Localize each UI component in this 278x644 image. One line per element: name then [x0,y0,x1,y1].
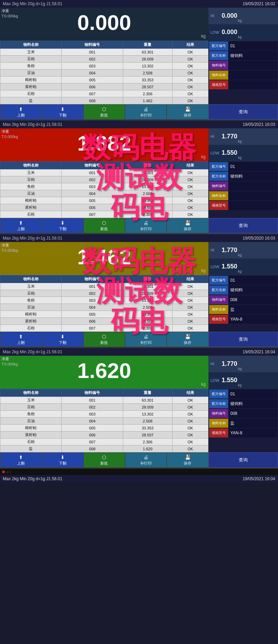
low-value: 1.550 [222,149,237,156]
bottom-header: Max 2kg Min 20g d=1g J1.58.01 19/05/2021… [0,475,278,483]
btn-icon-4: 💾 [185,106,191,112]
action-button-2[interactable]: ⬡ 新批 [84,452,125,468]
table-row: 盐0081.620OK [0,445,208,452]
action-button-3[interactable]: 🖨 补打印 [125,104,167,120]
btn-icon-0: ⬆ [19,220,23,226]
weight-main: 净重 T:0.000kg 1.882 kg [0,128,208,161]
status-indicator [2,470,5,473]
query-button[interactable]: 查询 [208,332,278,347]
col-header: 物料名称 [0,275,62,283]
table-row: 石粉0072.306OK [0,325,208,332]
screen-panel-panel3: Max 2kg Min 20g d=1g J1.58.01 19/05/2020… [0,234,278,348]
weight-display-area: 净重 T:0.000kg 1.620 kg HI 1.770 kg LOW 1.… [0,356,278,389]
hi-row: HI 1.770 kg [208,128,278,145]
info-row: 配方名称 猪饲料 [209,399,277,408]
info-label: 物料名称 [209,191,228,200]
low-row: LOW 0.000 kg [208,24,278,41]
btn-icon-2: ⬡ [102,106,106,112]
info-value [228,191,277,200]
info-value: 01 [228,162,277,171]
col-header: 物料名称 [0,41,62,49]
info-label: 规格型号 [209,315,228,324]
hi-value: 1.770 [222,247,237,254]
info-value: 01 [228,41,277,50]
weight-main: 净重 T:0.000kg 1.462 kg [0,242,208,275]
spec-info: Max 2kg Min 20g d=1g J1.58.01 [3,1,62,6]
action-button-4[interactable]: 💾 保存 [167,332,208,347]
weight-label: 净重 [1,243,9,248]
bottom-datetime: 19/05/2021 16:04 [243,476,275,481]
date-time: 19/05/2021 16:02 [243,1,275,6]
action-button-2[interactable]: ⬡ 新批 [84,218,125,233]
action-button-0[interactable]: ⬆ 上翻 [0,332,42,347]
material-table: 物料名称物料编号重量结果 玉米00163.301OK 豆粕00228.009OK… [0,41,208,104]
hi-value: 0.000 [222,12,237,19]
weight-unit: kg [201,268,206,273]
query-button[interactable]: 查询 [208,452,278,468]
tare-value: T:0.000kg [1,248,18,252]
btn-icon-4: 💾 [185,334,191,339]
btn-icon-3: 🖨 [143,454,148,460]
info-row: 配方名称 猪饲料 [209,172,277,181]
action-button-1[interactable]: ⬇ 下翻 [42,104,84,120]
query-button[interactable]: 查询 [208,218,278,233]
data-area: 物料名称物料编号重量结果 玉米00163.301OK 豆粕00228.009OK… [0,161,278,218]
action-button-1[interactable]: ⬇ 下翻 [42,452,84,468]
table-row: 玉米00163.301OK [0,397,208,404]
action-button-2[interactable]: ⬡ 新批 [84,104,125,120]
info-row: 物料编号 008 [209,295,277,304]
action-button-3[interactable]: 🖨 补打印 [125,332,167,347]
table-row: 菜籽粕00628.507OK [0,204,208,211]
col-header: 物料编号 [62,41,123,49]
hi-row: HI 1.770 kg [208,356,278,372]
screen-panel-panel2: Max 2kg Min 20g d=1g J1.58.01 19/05/2021… [0,121,278,234]
action-button-0[interactable]: ⬆ 上翻 [0,218,42,233]
header-bar: Max 2kg Min 20g d=1g J1.58.01 19/05/2021… [0,121,278,128]
info-label: 配方编号 [209,162,228,171]
info-value: 猪饲料 [228,399,277,408]
info-label: 配方名称 [209,51,228,60]
low-row: LOW 1.550 kg [208,259,278,275]
info-row: 物料编号 [209,61,277,70]
table-row: 鱼粉00313.302OK [0,297,208,304]
hi-unit: kg [238,367,242,371]
action-button-0[interactable]: ⬆ 上翻 [0,452,42,468]
info-label: 物料编号 [209,182,228,191]
action-button-3[interactable]: 🖨 补打印 [125,218,167,233]
action-button-4[interactable]: 💾 保存 [167,218,208,233]
btn-label-3: 补打印 [140,461,152,466]
btn-label-4: 保存 [184,461,191,466]
hi-low-panel: HI 1.770 kg LOW 1.550 kg [208,356,278,389]
data-area: 物料名称物料编号重量结果 玉米00163.301OK 豆粕00228.009OK… [0,275,278,332]
col-header: 重量 [123,41,172,49]
col-header: 物料编号 [62,162,123,169]
tare-value: T:0.000kg [1,135,18,139]
action-button-3[interactable]: 🖨 补打印 [125,452,167,468]
action-button-1[interactable]: ⬇ 下翻 [42,332,84,347]
action-button-1[interactable]: ⬇ 下翻 [42,218,84,233]
query-button[interactable]: 查询 [208,104,278,120]
table-row: 棉籽粕00533.353OK [0,77,208,83]
action-button-0[interactable]: ⬆ 上翻 [0,104,42,120]
hi-row: HI 0.000 kg [208,8,278,24]
info-label: 物料名称 [209,71,228,80]
col-header: 重量 [123,275,172,283]
tare-value: T:0.000kg [1,14,18,18]
info-value [228,61,277,70]
info-row: 规格型号 YAN-8 [209,428,277,437]
info-label: 配方名称 [209,285,228,295]
btn-label-1: 下翻 [59,113,66,118]
table-row: 豆粕00228.009OK [0,176,208,183]
date-time: 19/05/2021 16:03 [243,122,275,127]
bottom-buttons: ⬆ 上翻 ⬇ 下翻 ⬡ 新批 🖨 补打印 💾 保存 查询 [0,452,278,468]
action-button-2[interactable]: ⬡ 新批 [84,332,125,347]
btn-label-2: 新批 [100,226,108,232]
action-button-4[interactable]: 💾 保存 [167,452,208,468]
info-panel: 配方编号 01 配方名称 猪饲料 物料编号 008 物料名称 盐 规格型号 YA… [208,275,278,332]
action-button-4[interactable]: 💾 保存 [167,104,208,120]
btn-icon-1: ⬇ [61,220,65,226]
btn-label-4: 保存 [184,226,191,232]
info-row: 配方编号 01 [209,162,277,171]
info-value: 猪饲料 [228,285,277,295]
btn-icon-2: ⬡ [102,220,106,226]
